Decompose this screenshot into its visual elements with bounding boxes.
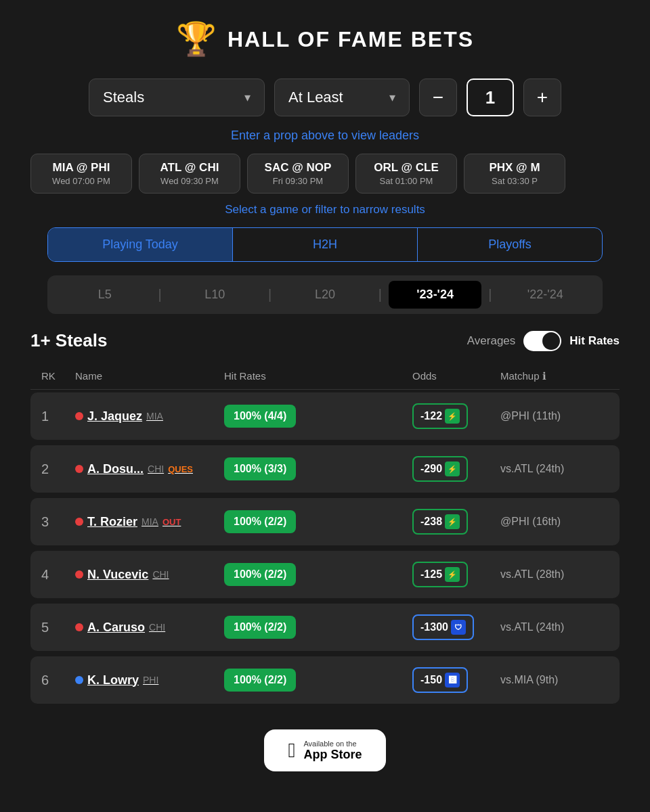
plus-button[interactable]: + bbox=[523, 78, 561, 116]
season-tab-l10[interactable]: L10 bbox=[169, 281, 261, 309]
stat-dropdown-label: Steals bbox=[103, 89, 144, 106]
game-chip-matchup-3: ORL @ CLE bbox=[367, 161, 446, 175]
status-dot-2 bbox=[75, 465, 83, 473]
game-chip-1[interactable]: ATL @ CHI Wed 09:30 PM bbox=[139, 154, 240, 194]
matchup-1: @PHI (11th) bbox=[500, 410, 609, 422]
quantity-display: 1 bbox=[467, 78, 514, 116]
hit-rate-4: 100% (2/2) bbox=[224, 563, 412, 586]
stat-chevron-icon: ▾ bbox=[244, 90, 251, 105]
col-rk: RK bbox=[41, 370, 75, 382]
season-tab-prev[interactable]: '22-'24 bbox=[499, 281, 592, 309]
player-team-6: PHI bbox=[143, 675, 158, 685]
season-divider-2: | bbox=[261, 287, 278, 302]
hit-rate-2: 100% (3/3) bbox=[224, 457, 412, 480]
matchup-5: vs.ATL (24th) bbox=[500, 621, 609, 633]
book-icon-5: 🛡 bbox=[451, 620, 466, 635]
game-chip-3[interactable]: ORL @ CLE Sat 01:00 PM bbox=[355, 154, 457, 194]
status-dot-5 bbox=[75, 623, 83, 631]
season-tab-current[interactable]: '23-'24 bbox=[389, 281, 481, 309]
hit-rate-badge-2: 100% (3/3) bbox=[224, 457, 296, 480]
status-dot-1 bbox=[75, 412, 83, 420]
hit-rate-badge-5: 100% (2/2) bbox=[224, 616, 296, 639]
tab-playing-today[interactable]: Playing Today bbox=[48, 228, 233, 261]
helper-text: Enter a prop above to view leaders bbox=[231, 129, 419, 143]
player-rank-2: 2 bbox=[41, 461, 75, 477]
player-status-2: QUES bbox=[168, 464, 193, 474]
toggle-switch[interactable] bbox=[523, 331, 561, 351]
minus-button[interactable]: − bbox=[419, 78, 457, 116]
player-name-cell-5: A. Caruso CHI bbox=[75, 621, 224, 635]
player-team-1: MIA bbox=[146, 411, 163, 422]
controls-row: Steals ▾ At Least ▾ − 1 + bbox=[54, 78, 596, 116]
player-name-1[interactable]: J. Jaquez MIA bbox=[75, 409, 224, 424]
odds-cell-6: -150 🅱 bbox=[412, 667, 500, 693]
season-divider-1: | bbox=[151, 287, 168, 302]
book-icon-1: ⚡ bbox=[445, 409, 460, 424]
player-team-2: CHI bbox=[148, 464, 164, 474]
player-team-4: CHI bbox=[152, 569, 169, 580]
player-status-3: OUT bbox=[162, 517, 181, 527]
game-chip-4[interactable]: PHX @ M Sat 03:30 P bbox=[464, 154, 565, 194]
player-name-cell-6: K. Lowry PHI bbox=[75, 673, 224, 687]
table-row: 5 A. Caruso CHI 100% (2/2) -1300 🛡 vs.AT… bbox=[30, 604, 620, 651]
player-rank-6: 6 bbox=[41, 673, 75, 688]
section-header: 1+ Steals Averages Hit Rates bbox=[30, 330, 620, 351]
player-name-cell-1: J. Jaquez MIA bbox=[75, 409, 224, 424]
hit-rate-1: 100% (4/4) bbox=[224, 405, 412, 428]
player-rank-5: 5 bbox=[41, 620, 75, 635]
player-name-2[interactable]: A. Dosu... CHI QUES bbox=[75, 462, 224, 476]
toggle-left-label: Averages bbox=[467, 334, 516, 348]
player-name-3[interactable]: T. Rozier MIA OUT bbox=[75, 515, 224, 529]
tab-h2h[interactable]: H2H bbox=[233, 228, 418, 261]
odds-badge-6: -150 🅱 bbox=[412, 667, 468, 693]
status-dot-6 bbox=[75, 676, 83, 684]
odds-badge-2: -290 ⚡ bbox=[412, 456, 468, 482]
player-team-3: MIA bbox=[142, 516, 158, 527]
hit-rate-5: 100% (2/2) bbox=[224, 616, 412, 639]
player-name-6[interactable]: K. Lowry PHI bbox=[75, 673, 224, 687]
player-table: RK Name Hit Rates Odds Matchup ℹ 1 J. Ja… bbox=[30, 363, 620, 709]
game-chip-matchup-2: SAC @ NOP bbox=[259, 161, 337, 175]
player-name-5[interactable]: A. Caruso CHI bbox=[75, 621, 224, 635]
page-title: HALL OF FAME BETS bbox=[228, 27, 474, 52]
appstore-button[interactable]:  Available on the App Store bbox=[264, 729, 387, 771]
matchup-2: vs.ATL (24th) bbox=[500, 463, 609, 475]
player-name-4[interactable]: N. Vucevic CHI bbox=[75, 568, 224, 582]
status-dot-3 bbox=[75, 518, 83, 526]
toggle-knob bbox=[542, 332, 560, 350]
table-row: 1 J. Jaquez MIA 100% (4/4) -122 ⚡ @PHI (… bbox=[30, 392, 620, 440]
game-chip-matchup-4: PHX @ M bbox=[475, 161, 554, 175]
book-icon-3: ⚡ bbox=[445, 514, 460, 529]
player-rank-1: 1 bbox=[41, 409, 75, 424]
odds-badge-1: -122 ⚡ bbox=[412, 403, 468, 429]
player-name-cell-2: A. Dosu... CHI QUES bbox=[75, 462, 224, 476]
odds-badge-3: -238 ⚡ bbox=[412, 509, 468, 535]
season-tab-l20[interactable]: L20 bbox=[278, 281, 371, 309]
table-row: 3 T. Rozier MIA OUT 100% (2/2) -238 ⚡ @P… bbox=[30, 498, 620, 545]
book-icon-6: 🅱 bbox=[445, 673, 460, 687]
col-hitrate: Hit Rates bbox=[224, 370, 412, 382]
odds-badge-4: -125 ⚡ bbox=[412, 562, 468, 587]
season-divider-4: | bbox=[481, 287, 498, 302]
game-chip-time-2: Fri 09:30 PM bbox=[259, 176, 337, 186]
book-icon-2: ⚡ bbox=[445, 461, 460, 476]
season-divider-3: | bbox=[372, 287, 389, 302]
odds-badge-5: -1300 🛡 bbox=[412, 614, 474, 640]
games-row: MIA @ PHI Wed 07:00 PM ATL @ CHI Wed 09:… bbox=[30, 154, 620, 194]
hit-rate-badge-3: 100% (2/2) bbox=[224, 510, 296, 533]
game-chip-matchup-0: MIA @ PHI bbox=[42, 161, 121, 175]
matchup-3: @PHI (16th) bbox=[500, 516, 609, 528]
col-odds: Odds bbox=[412, 370, 500, 382]
hit-rate-6: 100% (2/2) bbox=[224, 669, 412, 692]
tab-playoffs[interactable]: Playoffs bbox=[418, 228, 602, 261]
page-header: 🏆 HALL OF FAME BETS bbox=[176, 20, 474, 58]
season-row: L5 | L10 | L20 | '23-'24 | '22-'24 bbox=[47, 275, 603, 314]
hit-rate-badge-6: 100% (2/2) bbox=[224, 669, 296, 692]
game-chip-time-4: Sat 03:30 P bbox=[475, 176, 554, 186]
condition-dropdown[interactable]: At Least ▾ bbox=[274, 78, 410, 116]
toggle-group: Averages Hit Rates bbox=[467, 331, 620, 351]
game-chip-0[interactable]: MIA @ PHI Wed 07:00 PM bbox=[30, 154, 132, 194]
game-chip-2[interactable]: SAC @ NOP Fri 09:30 PM bbox=[247, 154, 349, 194]
season-tab-l5[interactable]: L5 bbox=[58, 281, 151, 309]
stat-dropdown[interactable]: Steals ▾ bbox=[89, 78, 265, 116]
